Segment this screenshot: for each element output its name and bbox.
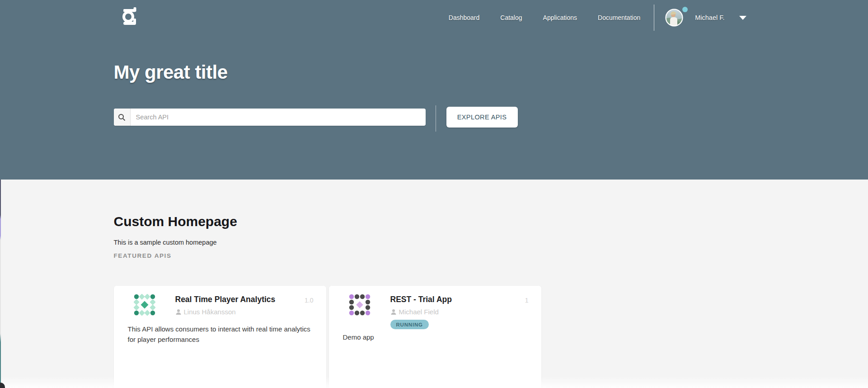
search-input[interactable] [131,109,426,126]
card-version: 1 [525,297,529,304]
card-description: Demo app [343,332,527,342]
card-title: REST - Trial App [390,295,514,304]
card-title: Real Time Player Analytics [175,295,299,304]
person-icon [390,309,397,315]
nav-item-catalog[interactable]: Catalog [500,14,522,21]
search-row: EXPLORE APIS [114,109,755,129]
primary-nav: Dashboard Catalog Applications Documenta… [428,0,746,35]
featured-apis-label: FEATURED APIS [114,252,172,259]
bottom-fade [0,376,868,388]
online-status-dot [682,7,688,12]
nav-item-applications[interactable]: Applications [543,14,577,21]
top-navigation-bar: Dashboard Catalog Applications Documenta… [114,0,755,35]
section-heading: Custom Homepage [114,214,237,229]
app-dots-purple-icon [349,294,371,316]
api-card-real-time-player-analytics[interactable]: Real Time Player Analytics Linus Håkanss… [114,286,326,388]
search-box [114,109,426,126]
search-icon [114,109,131,126]
section-subheading: This is a sample custom homepage [114,239,217,246]
hero-section: Dashboard Catalog Applications Documenta… [0,0,868,180]
status-badge-running: RUNNING [390,320,429,329]
g-logo-icon[interactable] [122,5,137,28]
card-owner: Michael Field [399,308,439,316]
user-menu[interactable]: Michael F. [665,9,746,27]
search-button-divider [436,105,436,132]
custom-homepage-section: Custom Homepage This is a sample custom … [0,180,868,388]
nav-divider [654,5,654,31]
card-owner: Linus Håkansson [184,308,236,316]
app-card-rest-trial-app[interactable]: REST - Trial App Michael Field RUNNING 1… [329,286,541,388]
window-edge-artifact [0,180,1,388]
avatar [665,9,683,27]
person-icon [175,309,182,315]
card-version: 1.0 [305,297,313,304]
explore-apis-button[interactable]: EXPLORE APIS [446,107,518,128]
featured-cards: Real Time Player Analytics Linus Håkanss… [114,286,541,388]
card-description: This API allows consumers to interact wi… [128,324,312,345]
user-name: Michael F. [695,14,724,21]
nav-item-dashboard[interactable]: Dashboard [449,14,480,21]
nav-item-documentation[interactable]: Documentation [598,14,640,21]
page-title: My great title [114,62,228,83]
api-dots-green-icon [134,294,155,316]
chevron-down-icon [739,16,746,20]
